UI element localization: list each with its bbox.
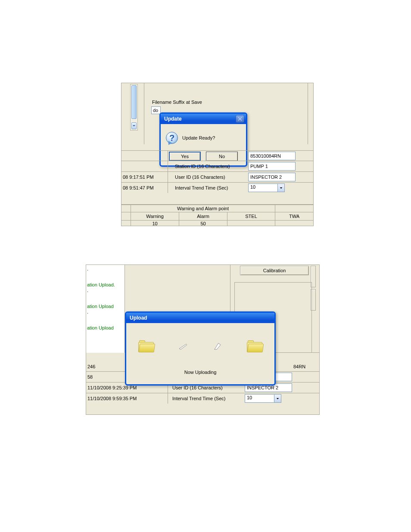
- upload-status: Now Uploading: [126, 370, 274, 380]
- dialog-message: Update Ready?: [182, 135, 215, 140]
- folder-icon: [247, 340, 262, 352]
- dialog-titlebar[interactable]: Update: [161, 114, 246, 124]
- filename-suffix-label: Filename Suffix at Save: [152, 100, 202, 105]
- timestamp-cell: 08 9:17:51 PM: [121, 172, 168, 182]
- dropdown-icon[interactable]: [274, 394, 281, 403]
- filename-suffix-input[interactable]: [151, 106, 161, 114]
- col-stel: STEL: [227, 212, 275, 220]
- val-alarm: 50: [179, 221, 227, 226]
- station-id-label: Station ID (16 Characters): [168, 164, 240, 169]
- log-line: ation Upload.: [87, 282, 124, 287]
- serial-input[interactable]: [248, 152, 296, 160]
- val-warning: 10: [131, 221, 179, 226]
- grid-cell: [121, 151, 168, 161]
- dialog-titlebar[interactable]: Upload: [126, 313, 274, 323]
- interval-value: 10: [248, 184, 277, 192]
- timestamp-cell: 08 9:51:47 PM: [121, 183, 168, 193]
- warning-alarm-header: Warning and Alarm point: [121, 204, 313, 212]
- dialog-title: Update: [164, 116, 236, 122]
- col-twa: TWA: [275, 212, 313, 220]
- timestamp-cell: 11/10/2008 9:59:35 PM: [86, 393, 168, 404]
- folder-icon: [138, 340, 154, 352]
- scrollbar-thumb[interactable]: [131, 85, 137, 119]
- interval-label: Interval Trend Time (Sec): [168, 396, 245, 401]
- col-alarm: Alarm: [179, 212, 227, 220]
- user-id-label: User ID (16 Characters): [168, 174, 240, 180]
- interval-select[interactable]: 10: [248, 184, 285, 192]
- interval-label: Interval Trend Time (Sec): [168, 185, 240, 190]
- question-icon: [166, 132, 178, 144]
- user-id-label: User ID (16 Characters): [168, 385, 245, 390]
- station-id-input[interactable]: [248, 162, 296, 171]
- warning-alarm-columns: Warning Alarm STEL TWA: [121, 212, 313, 221]
- dropdown-icon[interactable]: [277, 184, 285, 192]
- screenshot-upload-dialog: . ation Upload. . ation Upload . ation U…: [86, 264, 320, 415]
- log-panel: . ation Upload. . ation Upload . ation U…: [86, 265, 125, 353]
- grid-cell: 246: [86, 362, 108, 371]
- dialog-title: Upload: [130, 315, 273, 321]
- grid-cell: [121, 161, 168, 171]
- calibration-button[interactable]: Calibration: [240, 266, 309, 275]
- paper-icon: [178, 342, 188, 350]
- scrollbar[interactable]: [130, 84, 138, 131]
- interval-select[interactable]: 10: [245, 394, 281, 403]
- upload-dialog: Upload Now Uploading: [125, 311, 276, 386]
- log-line: ation Upload: [87, 304, 124, 309]
- scrollbar-down-button[interactable]: [131, 122, 137, 129]
- divider: [230, 265, 230, 313]
- col-warning: Warning: [131, 212, 179, 220]
- user-id-input[interactable]: [248, 173, 296, 181]
- close-button[interactable]: [236, 115, 244, 123]
- warning-alarm-values: 10 50: [121, 221, 313, 226]
- log-line: ation Upload: [87, 325, 124, 330]
- left-column: [121, 83, 144, 144]
- interval-value: 10: [245, 394, 274, 403]
- paper-icon: [213, 342, 222, 350]
- screenshot-update-dialog: Filename Suffix at Save Update Update Re…: [121, 83, 314, 226]
- grid-cell: 84RN: [293, 364, 319, 369]
